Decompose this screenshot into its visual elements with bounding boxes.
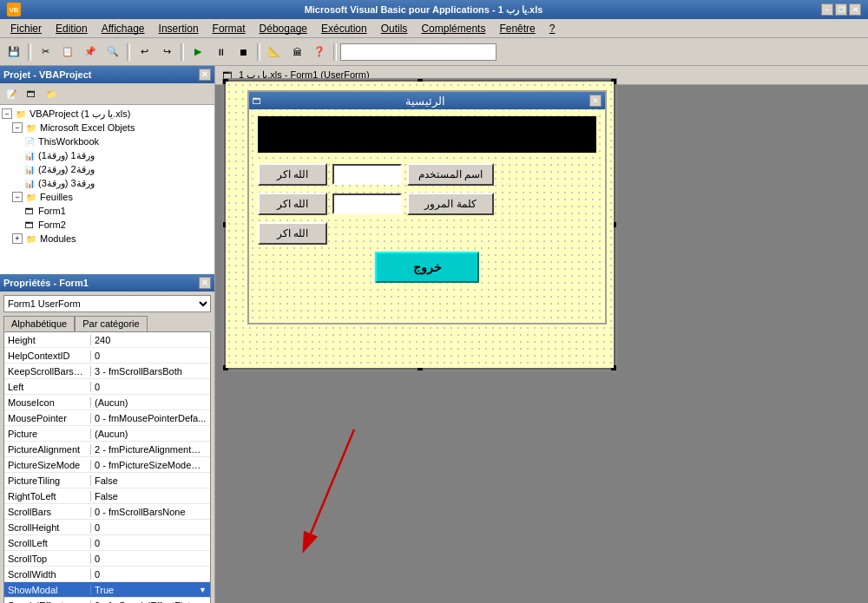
form1-icon: 🗔 <box>23 205 36 217</box>
toolbar-cut-btn[interactable]: ✂ <box>35 42 56 62</box>
props-table[interactable]: Height 240 HelpContextID 0 KeepScrollBar… <box>3 331 211 603</box>
toolbar-pause-btn[interactable]: ⏸ <box>210 42 231 62</box>
tree-form2[interactable]: 🗔 Form2 <box>2 218 213 232</box>
props-name-mouseicon: MouseIcon <box>4 397 91 408</box>
tree-sheet2[interactable]: 📊 ورقة2 (ورقة2) <box>2 162 213 176</box>
props-row-helpcontextid: HelpContextID 0 <box>4 348 210 364</box>
menu-help[interactable]: ? <box>542 21 562 36</box>
form-btn-2[interactable]: الله اكر <box>258 193 327 215</box>
thisworkbook-label: ThisWorkbook <box>38 136 99 147</box>
props-name-scrollbars: ScrollBars <box>4 507 91 517</box>
menu-fenetre[interactable]: Fenêtre <box>492 21 542 36</box>
props-row-picturetiling: PictureTiling False <box>4 473 210 488</box>
menu-format[interactable]: Format <box>206 21 253 36</box>
toolbar-find-btn[interactable]: 🔍 <box>102 42 123 62</box>
props-name-scrollheight: ScrollHeight <box>4 522 91 533</box>
tree-excel-objects[interactable]: − 📁 Microsoft Excel Objets <box>2 121 213 134</box>
tree-vbaproject[interactable]: − 📁 VBAProject (يا رب 1.xls) <box>2 107 213 121</box>
form-btn-1[interactable]: الله اكر <box>258 163 327 186</box>
props-name-picture: Picture <box>4 429 91 439</box>
form-label-password[interactable]: كلمة المرور <box>407 193 494 215</box>
project-panel-close[interactable]: ✕ <box>199 69 211 81</box>
props-row-showmodal[interactable]: ShowModal True ▼ <box>4 582 210 598</box>
restore-button[interactable]: ❐ <box>835 3 847 16</box>
toolbar-obj-browser-btn[interactable]: 🏛 <box>286 42 307 62</box>
props-row-righttoleft: RightToLeft False <box>4 488 210 504</box>
form-textbox-password[interactable] <box>332 193 402 214</box>
expand-excel-objects[interactable]: − <box>12 122 23 133</box>
sheet3-label: ورقة3 (ورقة3) <box>38 178 95 189</box>
project-toggle-folders-btn[interactable]: 📁 <box>42 85 61 102</box>
toolbar-stop-btn[interactable]: ⏹ <box>233 42 253 62</box>
props-row-mouseicon: MouseIcon (Aucun) <box>4 395 210 410</box>
minimize-button[interactable]: − <box>821 3 833 16</box>
menu-insertion[interactable]: Insertion <box>152 21 206 36</box>
menu-outils[interactable]: Outils <box>374 21 415 36</box>
excel-objects-icon: 📁 <box>24 121 38 134</box>
toolbar-sep-1 <box>28 43 31 61</box>
toolbar-run-btn[interactable]: ▶ <box>187 42 208 62</box>
form-textbox-username[interactable] <box>332 164 402 185</box>
toolbar-save-btn[interactable]: 💾 <box>3 42 24 62</box>
menu-affichage[interactable]: Affichage <box>95 21 152 36</box>
props-tabs: Alphabétique Par catégorie <box>3 316 211 331</box>
tree-modules[interactable]: + 📁 Modules <box>2 232 213 246</box>
tree-thisworkbook[interactable]: 📄 ThisWorkbook <box>2 134 213 148</box>
feuilles-icon: 📁 <box>24 191 38 203</box>
menu-debogage[interactable]: Débogage <box>253 21 314 36</box>
form-label-username[interactable]: اسم المستخدم <box>407 163 494 186</box>
props-name-keepscrollbarsvisible: KeepScrollBarsVisible <box>4 366 91 377</box>
form-controls-area: الله اكر اسم المستخدم الله اكر كلمة المر… <box>249 160 605 293</box>
form-canvas[interactable]: 🗔 الرئيسية ✕ الله اكر اسم المستخدم <box>226 82 614 368</box>
form-row-1: الله اكر اسم المستخدم <box>258 163 596 186</box>
inner-form-titlebar: 🗔 الرئيسية ✕ <box>249 92 605 109</box>
props-name-scrolltop: ScrollTop <box>4 554 91 564</box>
props-row-picturealignment: PictureAlignment 2 - fmPictureAlignmentC… <box>4 442 210 457</box>
props-value-keepscrollbarsvisible: 3 - fmScrollBarsBoth <box>91 366 210 377</box>
properties-panel-title: Propriétés - Form1 <box>3 278 89 288</box>
tree-feuilles[interactable]: − 📁 Feuilles <box>2 190 213 204</box>
menu-complements[interactable]: Compléments <box>414 21 492 36</box>
props-tab-alphabetique[interactable]: Alphabétique <box>3 316 75 331</box>
props-tab-categorie[interactable]: Par catégorie <box>75 316 147 331</box>
expand-vbaproject[interactable]: − <box>2 108 12 119</box>
left-panel: Projet - VBAProject ✕ 📝 🗔 📁 − 📁 VBAProje… <box>0 66 215 603</box>
props-row-scrollleft: ScrollLeft 0 <box>4 535 210 551</box>
tree-form1[interactable]: 🗔 Form1 <box>2 204 213 218</box>
props-row-keepscrollbarsvisible: KeepScrollBarsVisible 3 - fmScrollBarsBo… <box>4 364 210 379</box>
arrow-annotation <box>267 421 441 560</box>
inner-form-title: الرئيسية <box>405 95 445 108</box>
toolbar-design-btn[interactable]: 📐 <box>264 42 285 62</box>
props-object-selector[interactable]: Form1 UserForm <box>3 295 211 312</box>
tree-sheet3[interactable]: 📊 ورقة3 (ورقة3) <box>2 176 213 190</box>
properties-panel-close[interactable]: ✕ <box>199 277 211 289</box>
props-row-picturesizemode: PictureSizeMode 0 - fmPictureSizeModeCli… <box>4 457 210 473</box>
toolbar-paste-btn[interactable]: 📌 <box>80 42 101 62</box>
tree-sheet1[interactable]: 📊 ورقة1 (ورقة1) <box>2 148 213 162</box>
expand-feuilles[interactable]: − <box>12 192 23 202</box>
expand-modules[interactable]: + <box>12 233 23 244</box>
inner-form[interactable]: 🗔 الرئيسية ✕ الله اكر اسم المستخدم <box>247 90 607 324</box>
form1-label: Form1 <box>38 206 66 216</box>
close-button[interactable]: ✕ <box>849 3 861 16</box>
props-name-mousepointer: MousePointer <box>4 413 91 423</box>
menu-edition[interactable]: Edition <box>49 21 95 36</box>
vbaproject-label: VBAProject (يا رب 1.xls) <box>30 108 130 120</box>
menu-fichier[interactable]: Fichier <box>3 21 49 36</box>
project-tree-view[interactable]: − 📁 VBAProject (يا رب 1.xls) − 📁 Microso… <box>0 105 214 274</box>
project-view-form-btn[interactable]: 🗔 <box>22 85 41 102</box>
toolbar-undo-btn[interactable]: ↩ <box>134 42 155 62</box>
form-btn-3[interactable]: الله اكر <box>258 222 327 245</box>
props-row-height: Height 240 <box>4 332 210 348</box>
right-area: 🗔 يا رب 1.xls - Form1 (UserForm) <box>215 66 868 603</box>
toolbar-redo-btn[interactable]: ↪ <box>156 42 177 62</box>
inner-form-close[interactable]: ✕ <box>589 95 602 107</box>
props-value-scrollheight: 0 <box>91 522 210 533</box>
toolbar-search-input[interactable] <box>340 43 496 61</box>
project-view-code-btn[interactable]: 📝 <box>2 85 21 102</box>
menu-execution[interactable]: Exécution <box>314 21 374 36</box>
props-row-scrollwidth: ScrollWidth 0 <box>4 567 210 582</box>
toolbar-copy-btn[interactable]: 📋 <box>57 42 78 62</box>
form-btn-exit[interactable]: خروج <box>375 252 479 283</box>
toolbar-help-btn[interactable]: ❓ <box>309 42 330 62</box>
